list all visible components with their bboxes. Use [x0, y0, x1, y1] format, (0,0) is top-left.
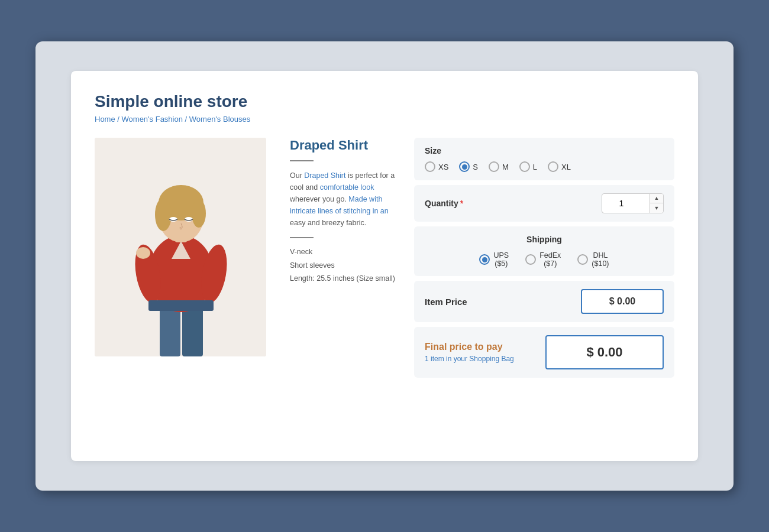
size-radio-xl[interactable] — [548, 161, 558, 172]
shipping-option-ups[interactable]: UPS($5) — [479, 251, 509, 268]
product-card: Simple online store Home / Women's Fashi… — [71, 71, 698, 461]
product-features: V-neck Short sleeves Length: 25.5 inches… — [290, 245, 402, 286]
svg-point-13 — [192, 199, 206, 228]
breadcrumb-sep2: / — [185, 115, 189, 124]
shipping-section: Shipping UPS($5) FedEx($7) — [414, 226, 674, 276]
size-option-l[interactable]: L — [519, 161, 537, 172]
quantity-increment-button[interactable]: ▲ — [650, 194, 663, 203]
svg-point-8 — [136, 247, 150, 259]
final-price-labels: Final price to pay 1 item in your Shoppi… — [425, 342, 514, 363]
svg-point-15 — [185, 217, 193, 222]
shipping-radio-fedex[interactable] — [525, 254, 536, 265]
quantity-decrement-button[interactable]: ▼ — [650, 203, 663, 213]
size-radio-s[interactable] — [459, 161, 470, 172]
svg-rect-16 — [148, 300, 214, 311]
final-price-section: Final price to pay 1 item in your Shoppi… — [414, 327, 674, 378]
size-option-xl[interactable]: XL — [548, 161, 571, 172]
main-content: Draped Shirt Our Draped Shirt is perfect… — [95, 138, 674, 440]
shipping-option-fedex[interactable]: FedEx($7) — [525, 251, 561, 268]
size-radio-m[interactable] — [489, 161, 499, 172]
options-col: Size XS S — [414, 138, 674, 440]
quantity-label: Quantity* — [425, 199, 463, 208]
size-option-m[interactable]: M — [489, 161, 509, 172]
svg-point-14 — [169, 217, 177, 222]
breadcrumb-sep1: / — [117, 115, 121, 124]
final-price-main-label: Final price to pay — [425, 342, 514, 352]
breadcrumb-subcategory[interactable]: Women's Blouses — [189, 115, 250, 124]
quantity-input[interactable] — [602, 195, 650, 212]
shipping-options: UPS($5) FedEx($7) DHL($10) — [425, 251, 664, 268]
final-price-sub-label: 1 item in your Shopping Bag — [425, 355, 514, 363]
shipping-label-fedex: FedEx($7) — [539, 251, 561, 268]
size-label-xl: XL — [561, 163, 571, 171]
size-label-s: S — [473, 163, 478, 171]
quantity-section: Quantity* ▲ ▼ — [414, 185, 674, 222]
site-title: Simple online store — [95, 92, 674, 111]
outer-frame: Simple online store Home / Women's Fashi… — [35, 41, 734, 491]
size-radio-xs[interactable] — [425, 161, 435, 172]
feature-3: Length: 25.5 inches (Size small) — [290, 272, 402, 286]
product-image-svg — [95, 138, 266, 356]
feature-2: Short sleeves — [290, 259, 402, 273]
product-description-col: Draped Shirt Our Draped Shirt is perfect… — [278, 138, 414, 440]
size-radio-l[interactable] — [519, 161, 530, 172]
feature-1: V-neck — [290, 245, 402, 259]
size-label-m: M — [502, 163, 509, 171]
svg-point-12 — [155, 198, 172, 231]
product-image-col — [95, 138, 278, 440]
shipping-radio-inner-ups — [482, 257, 487, 262]
item-price-section: Item Price $ 0.00 — [414, 281, 674, 322]
size-option-xs[interactable]: XS — [425, 161, 448, 172]
size-radio-inner-s — [462, 164, 467, 170]
quantity-input-wrap: ▲ ▼ — [602, 193, 664, 213]
shipping-title: Shipping — [425, 235, 664, 244]
product-description: Our Draped Shirt is perfect for a cool a… — [290, 170, 402, 229]
required-star: * — [460, 199, 463, 208]
product-title: Draped Shirt — [290, 138, 402, 153]
desc-divider — [290, 237, 314, 238]
title-divider — [290, 160, 314, 161]
size-section: Size XS S — [414, 138, 674, 180]
size-label: Size — [425, 146, 664, 155]
product-image — [95, 138, 266, 356]
breadcrumb: Home / Women's Fashion / Women's Blouses — [95, 115, 674, 124]
shipping-radio-ups[interactable] — [479, 254, 490, 265]
quantity-spinners: ▲ ▼ — [650, 194, 663, 213]
size-options: XS S M — [425, 161, 664, 172]
size-label-l: L — [533, 163, 537, 171]
size-option-s[interactable]: S — [459, 161, 478, 172]
item-price-value: $ 0.00 — [581, 289, 664, 314]
shipping-label-ups: UPS($5) — [493, 251, 509, 268]
shipping-label-dhl: DHL($10) — [592, 251, 609, 268]
shipping-radio-dhl[interactable] — [577, 254, 588, 265]
item-price-label: Item Price — [425, 297, 467, 307]
final-price-value: $ 0.00 — [545, 335, 664, 369]
breadcrumb-home[interactable]: Home — [95, 115, 115, 124]
shipping-option-dhl[interactable]: DHL($10) — [577, 251, 609, 268]
breadcrumb-category[interactable]: Women's Fashion — [122, 115, 183, 124]
size-label-xs: XS — [438, 163, 448, 171]
